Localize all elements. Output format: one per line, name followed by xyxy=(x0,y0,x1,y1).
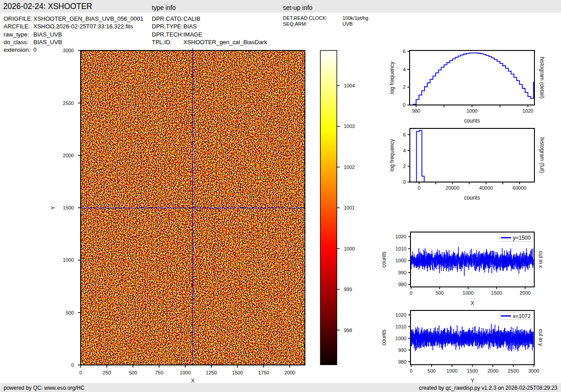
svg-text:1750: 1750 xyxy=(258,370,269,375)
svg-text:cut in x: cut in x xyxy=(538,251,544,268)
svg-text:3000: 3000 xyxy=(63,48,74,53)
svg-text:500: 500 xyxy=(435,290,443,296)
svg-text:1000: 1000 xyxy=(344,246,355,251)
svg-text:cut in y: cut in y xyxy=(538,329,544,346)
svg-text:log frequency: log frequency xyxy=(389,139,395,171)
svg-text:1500: 1500 xyxy=(467,368,478,374)
svg-text:1010: 1010 xyxy=(396,324,406,329)
svg-text:250: 250 xyxy=(103,370,111,375)
svg-text:1020: 1020 xyxy=(522,108,533,114)
svg-text:1002: 1002 xyxy=(344,164,355,170)
svg-text:2500: 2500 xyxy=(63,100,74,106)
svg-text:1020: 1020 xyxy=(396,312,406,318)
svg-text:histogram (detail): histogram (detail) xyxy=(539,57,545,99)
svg-text:Y: Y xyxy=(470,378,474,384)
svg-text:2000: 2000 xyxy=(63,153,74,158)
svg-text:0: 0 xyxy=(410,290,412,296)
svg-text:2: 2 xyxy=(403,84,406,90)
svg-text:6: 6 xyxy=(403,132,406,137)
svg-text:40000: 40000 xyxy=(479,185,493,191)
svg-text:2000: 2000 xyxy=(488,368,498,374)
svg-text:3000: 3000 xyxy=(528,368,539,374)
svg-text:X: X xyxy=(191,378,195,384)
svg-text:histogram (full): histogram (full) xyxy=(539,137,545,173)
svg-text:1000: 1000 xyxy=(396,258,406,263)
svg-text:counts: counts xyxy=(464,195,480,201)
svg-text:980: 980 xyxy=(412,108,420,114)
svg-text:1000: 1000 xyxy=(180,370,191,375)
svg-text:y=1500: y=1500 xyxy=(513,235,531,241)
svg-text:1001: 1001 xyxy=(344,205,355,210)
svg-text:990: 990 xyxy=(398,347,406,353)
svg-text:4: 4 xyxy=(403,148,406,153)
svg-text:60000: 60000 xyxy=(513,185,527,191)
svg-text:500: 500 xyxy=(129,370,137,375)
svg-text:2: 2 xyxy=(403,164,406,169)
svg-text:log frequency: log frequency xyxy=(389,61,395,94)
svg-text:980: 980 xyxy=(398,282,406,287)
svg-text:x=1072: x=1072 xyxy=(513,313,531,319)
svg-text:1000: 1000 xyxy=(396,336,406,341)
svg-text:2500: 2500 xyxy=(508,368,519,374)
svg-text:Y: Y xyxy=(50,206,56,210)
svg-text:1003: 1003 xyxy=(344,123,355,129)
svg-text:20000: 20000 xyxy=(446,185,460,191)
svg-text:1500: 1500 xyxy=(491,290,502,296)
svg-text:0: 0 xyxy=(410,368,412,374)
svg-text:0: 0 xyxy=(403,102,406,108)
svg-text:2000: 2000 xyxy=(520,290,530,296)
svg-text:1500: 1500 xyxy=(232,370,243,375)
svg-text:0: 0 xyxy=(403,179,406,185)
svg-text:999: 999 xyxy=(344,287,352,292)
svg-text:750: 750 xyxy=(155,370,163,375)
svg-text:1010: 1010 xyxy=(396,246,406,251)
svg-text:counts: counts xyxy=(381,329,387,345)
svg-text:1500: 1500 xyxy=(63,205,74,210)
svg-text:1000: 1000 xyxy=(447,368,457,374)
svg-text:500: 500 xyxy=(66,310,74,315)
svg-text:980: 980 xyxy=(398,359,406,365)
svg-text:counts: counts xyxy=(464,118,480,124)
svg-text:counts: counts xyxy=(381,251,387,267)
svg-text:998: 998 xyxy=(344,328,352,333)
svg-text:0: 0 xyxy=(418,185,420,191)
svg-text:X: X xyxy=(470,300,474,306)
svg-text:6: 6 xyxy=(403,49,406,54)
svg-text:1000: 1000 xyxy=(466,108,477,114)
svg-text:1000: 1000 xyxy=(463,290,474,296)
svg-text:1004: 1004 xyxy=(344,83,355,88)
svg-text:0: 0 xyxy=(71,362,74,368)
svg-text:1000: 1000 xyxy=(63,257,74,263)
svg-text:1020: 1020 xyxy=(396,234,406,239)
svg-text:500: 500 xyxy=(428,368,436,374)
svg-text:4: 4 xyxy=(403,67,406,72)
svg-text:0: 0 xyxy=(79,370,82,375)
svg-text:1250: 1250 xyxy=(206,370,217,375)
svg-text:990: 990 xyxy=(398,270,406,275)
svg-text:2000: 2000 xyxy=(284,370,295,375)
